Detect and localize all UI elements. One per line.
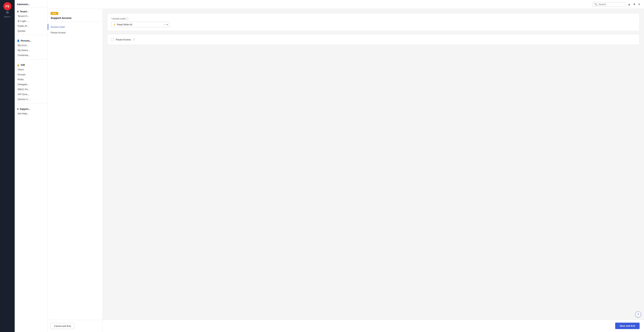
edit-panel-navigation: Access Level Pause Access: [48, 22, 102, 320]
nav-up-button[interactable]: ▲: [627, 2, 631, 7]
tenant-section: ⊞ Tenant : Tenant O... ⊕ Login ... Publi…: [15, 7, 48, 34]
edit-nav-pause-access[interactable]: Pause Access: [48, 30, 102, 36]
form-footer: Save and Exit: [103, 319, 644, 332]
nav-down-button[interactable]: ▼: [632, 2, 636, 7]
sidebar-item-get-help[interactable]: Get Help...: [15, 111, 48, 116]
support-icon: ⊕: [17, 108, 19, 110]
sidebar-item-credentials[interactable]: Credentia...: [15, 53, 48, 58]
access-level-value: Read Write All: [117, 23, 163, 26]
sidebar-item-service-credentials[interactable]: Service C...: [15, 97, 48, 102]
svg-text:F5: F5: [5, 5, 9, 8]
left-navigation: Administr... ⊞ Tenant : Tenant O... ⊕ Lo…: [15, 0, 48, 332]
form-content: * Access Level ⓘ ⚡ Read Write All × ▾ Pa…: [103, 9, 644, 319]
sidebar-item-quotas[interactable]: Quotas: [15, 29, 48, 34]
sidebar-item-tenant-overview[interactable]: Tenant O...: [15, 14, 48, 19]
content-layout: Edit Support Access Access Level Pause A…: [48, 9, 644, 332]
select-server-text: Select s: [4, 16, 11, 18]
pause-access-row: Pause Access ⓘ: [111, 38, 636, 41]
main-area: 🔍 ▲ ▼ ✕ Edit Support Access Access Level…: [48, 0, 644, 332]
top-bar: 🔍 ▲ ▼ ✕: [48, 0, 644, 9]
access-level-info-icon[interactable]: ⓘ: [126, 17, 128, 20]
close-button[interactable]: ✕: [637, 2, 641, 7]
sidebar-item-login[interactable]: ⊕ Login ...: [15, 19, 48, 24]
sidebar-item-delegates[interactable]: Delegate...: [15, 82, 48, 87]
edit-nav-access-level[interactable]: Access Level: [48, 24, 102, 30]
sidebar-item-rbac-policies[interactable]: RBAC Po...: [15, 87, 48, 92]
pause-access-group: Pause Access ⓘ: [107, 34, 640, 45]
grid-icon[interactable]: ⊞: [6, 10, 9, 14]
pause-access-checkbox[interactable]: [111, 38, 114, 41]
nav-header: Administr...: [15, 0, 48, 7]
access-level-label: * Access Level ⓘ: [111, 17, 636, 20]
edit-badge: Edit: [51, 12, 58, 15]
personal-section: 👤 Persona... My Acco... My Name... Crede…: [15, 37, 48, 58]
personal-section-title: 👤 Persona...: [15, 39, 48, 43]
help-button[interactable]: ?: [635, 311, 641, 317]
select-arrow-icon[interactable]: ▾: [166, 23, 168, 26]
select-clear-icon[interactable]: ×: [164, 23, 166, 26]
edit-panel-title: Support Access: [51, 16, 100, 22]
edit-panel: Edit Support Access Access Level Pause A…: [48, 9, 103, 332]
save-and-exit-button[interactable]: Save and Exit: [615, 323, 640, 329]
personal-icon: 👤: [17, 40, 20, 42]
search-icon: 🔍: [594, 3, 598, 6]
sidebar-item-api-groups[interactable]: API Grou...: [15, 92, 48, 97]
iam-icon: 🔒: [17, 64, 20, 66]
support-section: ⊕ Support... Get Help...: [15, 105, 48, 116]
pause-access-info-icon[interactable]: ⓘ: [133, 38, 135, 41]
f5-logo-icon: F5: [3, 2, 12, 10]
search-input[interactable]: [598, 3, 620, 6]
nav-divider-3: [15, 103, 48, 103]
form-panel: * Access Level ⓘ ⚡ Read Write All × ▾ Pa…: [103, 9, 644, 332]
edit-panel-header: Edit Support Access: [48, 9, 102, 22]
iam-section: 🔒 IAM Users Groups Roles Delegate... RBA…: [15, 61, 48, 102]
cancel-and-exit-button[interactable]: Cancel and Exit: [51, 323, 74, 329]
iam-section-title: 🔒 IAM: [15, 63, 48, 67]
sidebar-item-my-account[interactable]: My Acco...: [15, 43, 48, 48]
sidebar-item-roles[interactable]: Roles: [15, 77, 48, 82]
nav-divider-2: [15, 59, 48, 59]
support-section-title: ⊕ Support...: [15, 107, 48, 111]
filter-icon: ⚡: [113, 23, 116, 26]
tenant-icon: ⊞: [17, 10, 19, 13]
edit-panel-footer: Cancel and Exit: [48, 320, 102, 332]
sidebar-item-users[interactable]: Users: [15, 67, 48, 72]
nav-divider-1: [15, 35, 48, 35]
sidebar: F5 ⊞ Select s: [0, 0, 15, 332]
top-bar-nav: ▲ ▼ ✕: [627, 2, 641, 7]
sidebar-item-my-namespaces[interactable]: My Name...: [15, 48, 48, 53]
access-level-group: * Access Level ⓘ ⚡ Read Write All × ▾: [107, 13, 640, 31]
pause-access-label: Pause Access: [116, 38, 131, 41]
tenant-section-title: ⊞ Tenant :: [15, 10, 48, 14]
search-container[interactable]: 🔍: [592, 2, 626, 7]
sidebar-item-groups[interactable]: Groups: [15, 72, 48, 77]
sidebar-item-public-ip[interactable]: Public IP...: [15, 24, 48, 29]
access-level-select[interactable]: ⚡ Read Write All × ▾: [111, 22, 170, 27]
